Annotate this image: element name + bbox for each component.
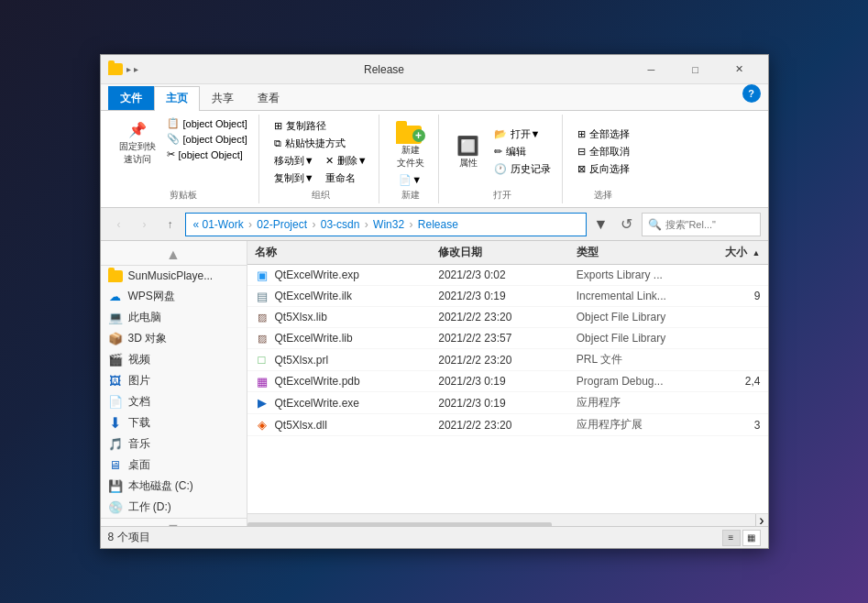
sidebar-item-sunmusicplayer[interactable]: SunMusicPlaye... xyxy=(101,266,247,286)
tab-view[interactable]: 查看 xyxy=(246,86,291,110)
col-header-type[interactable]: 类型 xyxy=(577,245,715,260)
col-header-name[interactable]: 名称 xyxy=(247,245,439,260)
search-box[interactable]: 🔍 xyxy=(642,213,761,236)
new-folder-button[interactable]: + 新建文件夹 xyxy=(390,116,431,171)
table-row[interactable]: ◈ Qt5Xlsx.dll 2021/2/2 23:20 应用程序扩展 3 xyxy=(247,414,768,436)
paste-shortcut-button[interactable]: ⧉ 粘贴快捷方式 xyxy=(270,136,371,151)
maximize-button[interactable]: □ xyxy=(675,55,717,84)
cut-label: [object Object] xyxy=(179,149,243,160)
select-all-button[interactable]: ⊞ 全部选择 xyxy=(574,126,633,142)
history-button[interactable]: 🕐 历史记录 xyxy=(490,161,555,177)
dropdown-button[interactable]: ▼ xyxy=(590,214,612,236)
download-icon: ⬇ xyxy=(108,416,123,431)
file-date-cell: 2021/2/3 0:02 xyxy=(438,269,577,281)
copy-button[interactable]: 📋 [object Object] xyxy=(163,116,251,130)
sidebar-item-local-disk-c[interactable]: 💾 本地磁盘 (C:) xyxy=(101,476,247,497)
tab-home[interactable]: 主页 xyxy=(154,86,200,111)
explorer-window: ▸▸ Release ─ □ ✕ 文件 主页 共享 查看 ? 📌 xyxy=(100,54,769,549)
sidebar-item-documents[interactable]: 📄 文档 xyxy=(101,391,247,412)
sidebar-item-wps[interactable]: ☁ WPS网盘 xyxy=(101,286,247,307)
list-view-button[interactable]: ≡ xyxy=(722,530,741,546)
paste-button[interactable]: 📎 [object Object] xyxy=(163,132,251,146)
new-item-button[interactable]: 📄▼ xyxy=(395,173,425,187)
forward-button[interactable]: › xyxy=(134,214,156,236)
disk-c-icon: 💾 xyxy=(108,479,123,494)
table-row[interactable]: ▨ Qt5Xlsx.lib 2021/2/2 23:20 Object File… xyxy=(247,307,768,328)
open-icon: 📂 xyxy=(494,128,507,140)
sidebar-scroll-down[interactable]: ▼ xyxy=(101,518,247,526)
bc-03csdn[interactable]: 03-csdn xyxy=(321,218,360,231)
col-header-size[interactable]: 大小 ▲ xyxy=(714,245,767,260)
scroll-right-button[interactable]: › xyxy=(755,514,768,527)
pin-button[interactable]: 📌 固定到快速访问 xyxy=(115,116,159,168)
rename-button[interactable]: 重命名 xyxy=(322,170,359,186)
cut-button[interactable]: ✂ [object Object] xyxy=(163,148,251,161)
lib-icon: ▨ xyxy=(255,310,269,324)
new-folder-area: + 新建文件夹 📄▼ xyxy=(390,116,431,187)
sidebar-item-videos[interactable]: 🎬 视频 xyxy=(101,349,247,370)
table-row[interactable]: ▣ QtExcelWrite.exp 2021/2/3 0:02 Exports… xyxy=(247,265,768,286)
ribbon: 文件 主页 共享 查看 ? 📌 固定到快速访问 📋 [obj xyxy=(101,84,768,208)
sidebar-item-label: 下载 xyxy=(128,415,150,431)
sidebar-item-work-d[interactable]: 💿 工作 (D:) xyxy=(101,497,247,518)
sidebar-item-thispc[interactable]: 💻 此电脑 xyxy=(101,307,247,328)
invert-button[interactable]: ⊠ 反向选择 xyxy=(574,161,633,177)
copy-path-icon: ⊞ xyxy=(274,120,282,132)
sidebar-item-desktop[interactable]: 🖥 桌面 xyxy=(101,455,247,476)
move-to-button[interactable]: 移动到▼ xyxy=(270,153,318,169)
table-row[interactable]: ▨ QtExcelWrite.lib 2021/2/2 23:57 Object… xyxy=(247,328,768,349)
sidebar-item-label: 视频 xyxy=(128,352,150,367)
file-name-label: QtExcelWrite.ilk xyxy=(275,290,352,302)
detail-view-button[interactable]: ▦ xyxy=(742,530,761,546)
lib-icon-2: ▨ xyxy=(255,331,269,345)
bc-01work[interactable]: « 01-Work xyxy=(193,218,244,231)
table-row[interactable]: ▶ QtExcelWrite.exe 2021/2/3 0:19 应用程序 xyxy=(247,392,768,414)
select-label: 选择 xyxy=(594,187,612,202)
select-none-button[interactable]: ⊟ 全部取消 xyxy=(574,144,633,159)
window-title: Release xyxy=(138,63,631,76)
sidebar-item-pictures[interactable]: 🖼 图片 xyxy=(101,370,247,391)
sidebar-item-downloads[interactable]: ⬇ 下载 xyxy=(101,412,247,433)
back-button[interactable]: ‹ xyxy=(108,214,130,236)
ribbon-group-open: 🔲 属性 📂 打开▼ ✏ 编辑 🕐 xyxy=(443,115,563,203)
new-folder-label: 新建文件夹 xyxy=(397,144,424,170)
window-controls: ─ □ ✕ xyxy=(631,55,761,84)
minimize-button[interactable]: ─ xyxy=(631,55,673,84)
bc-win32[interactable]: Win32 xyxy=(373,218,404,231)
tab-share[interactable]: 共享 xyxy=(200,86,246,110)
sidebar-scroll-up[interactable]: ▲ xyxy=(101,245,247,266)
up-button[interactable]: ↑ xyxy=(159,214,181,236)
sidebar-item-music[interactable]: 🎵 音乐 xyxy=(101,433,247,455)
edit-button[interactable]: ✏ 编辑 xyxy=(490,144,555,159)
table-row[interactable]: ▦ QtExcelWrite.pdb 2021/2/3 0:19 Program… xyxy=(247,371,768,392)
video-icon: 🎬 xyxy=(108,353,123,367)
bc-release[interactable]: Release xyxy=(418,218,458,231)
file-type-cell: Exports Library ... xyxy=(577,269,715,281)
open-button[interactable]: 📂 打开▼ xyxy=(490,126,555,142)
delete-label: 删除▼ xyxy=(337,154,368,168)
refresh-button[interactable]: ↺ xyxy=(616,214,638,236)
file-type-cell: 应用程序扩展 xyxy=(577,417,715,433)
computer-icon: 💻 xyxy=(108,311,123,325)
tab-file[interactable]: 文件 xyxy=(108,86,154,110)
dll-icon: ◈ xyxy=(255,418,269,433)
properties-button[interactable]: 🔲 属性 xyxy=(450,133,487,171)
horizontal-scrollbar[interactable]: › xyxy=(247,513,768,526)
file-type-cell: Incremental Link... xyxy=(577,290,715,302)
copy-path-label: 复制路径 xyxy=(286,119,326,133)
copy-paste-group: 📋 [object Object] 📎 [object Object] ✂ [o… xyxy=(163,116,251,168)
help-button[interactable]: ? xyxy=(742,84,761,103)
cut-icon: ✂ xyxy=(167,148,175,160)
search-input[interactable] xyxy=(665,219,792,230)
copy-to-button[interactable]: 复制到▼ xyxy=(270,170,318,186)
table-row[interactable]: □ Qt5Xlsx.prl 2021/2/2 23:20 PRL 文件 xyxy=(247,349,768,371)
table-row[interactable]: ▤ QtExcelWrite.ilk 2021/2/3 0:19 Increme… xyxy=(247,286,768,307)
address-path[interactable]: « 01-Work › 02-Project › 03-csdn › Win32… xyxy=(185,213,587,236)
bc-02project[interactable]: 02-Project xyxy=(257,218,307,231)
properties-icon: 🔲 xyxy=(457,135,479,157)
sidebar-item-3dobjects[interactable]: 📦 3D 对象 xyxy=(101,328,247,349)
close-button[interactable]: ✕ xyxy=(719,55,761,84)
col-header-date[interactable]: 修改日期 xyxy=(438,245,577,260)
delete-button[interactable]: ✕ 删除▼ xyxy=(322,153,371,169)
copy-path-button[interactable]: ⊞ 复制路径 xyxy=(270,118,371,134)
